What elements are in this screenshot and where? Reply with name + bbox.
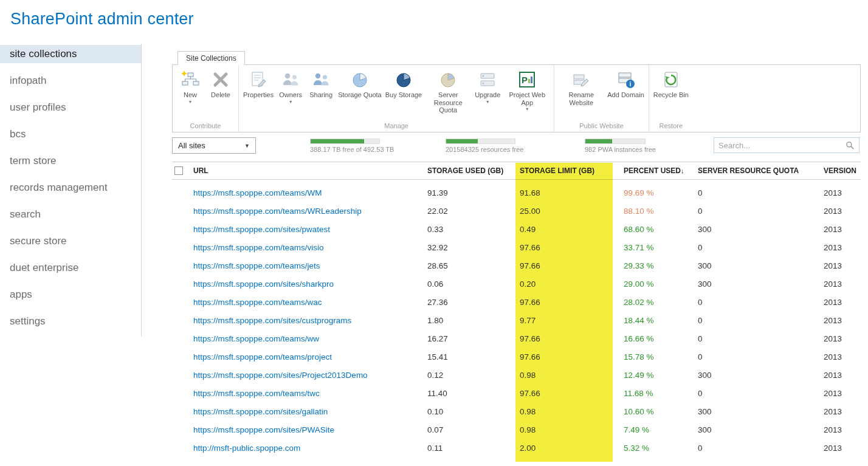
- percent-used-cell: 28.02 %: [618, 298, 692, 307]
- upgrade-icon: [478, 70, 497, 89]
- table-row: https://msft.spoppe.com/sites/Project201…: [172, 366, 861, 384]
- site-url-link[interactable]: https://msft.spoppe.com/teams/visio: [193, 243, 324, 252]
- column-header-used[interactable]: STORAGE USED (GB): [427, 166, 515, 175]
- sidebar-item-site-collections[interactable]: site collections: [0, 45, 141, 63]
- ribbon-button-add-domain[interactable]: iAdd Domain: [605, 69, 646, 100]
- storage-limit-cell: 97.66: [515, 243, 618, 252]
- tab-site-collections[interactable]: Site Collections: [177, 51, 245, 65]
- select-all-checkbox[interactable]: [174, 166, 183, 175]
- storage-limit-cell: 0.98: [515, 425, 618, 434]
- properties-icon: [249, 70, 268, 89]
- site-url-link[interactable]: https://msft.spoppe.com/teams/ww: [193, 334, 319, 343]
- search-input[interactable]: [718, 141, 845, 150]
- site-url-link[interactable]: http://msft-public.spoppe.com: [193, 444, 300, 453]
- table-row: https://msft.spoppe.com/teams/visio32.92…: [172, 238, 861, 256]
- meter-fill: [446, 139, 478, 143]
- table-row: http://msft-public.spoppe.com0.112.005.3…: [172, 439, 861, 457]
- site-url-link[interactable]: https://msft.spoppe.com/teams/WRLeadersh…: [193, 207, 362, 216]
- header-checkbox-cell: [172, 166, 193, 175]
- table-body: https://msft.spoppe.com/teams/WM91.3991.…: [172, 180, 861, 457]
- ribbon-button-storage-quota[interactable]: Storage Quota: [336, 69, 384, 100]
- storage-limit-cell: 2.00: [515, 444, 618, 453]
- version-cell: 2013: [816, 243, 861, 252]
- site-url-link[interactable]: https://msft.spoppe.com/teams/wac: [193, 298, 322, 307]
- server-resource-quota-cell: 300: [692, 225, 816, 234]
- sidebar-item-apps[interactable]: apps: [0, 286, 141, 304]
- ribbon-button-rename-website[interactable]: Rename Website: [557, 69, 605, 108]
- meter-fill: [311, 139, 364, 143]
- site-url-link[interactable]: https://msft.spoppe.com/sites/gallatin: [193, 407, 328, 416]
- site-url-link[interactable]: https://msft.spoppe.com/sites/custprogra…: [193, 316, 351, 325]
- search-icon[interactable]: [845, 140, 855, 150]
- sidebar-item-secure-store[interactable]: secure store: [0, 232, 141, 250]
- column-header-percent[interactable]: PERCENT USED↓: [618, 166, 692, 175]
- ribbon-button-project-web-app[interactable]: PProject Web App▾: [503, 69, 551, 113]
- column-header-limit[interactable]: STORAGE LIMIT (GB): [515, 166, 618, 175]
- ribbon-button-owners[interactable]: Owners▾: [275, 69, 306, 106]
- version-cell: 2013: [816, 425, 861, 434]
- ribbon-button-label: Owners: [279, 91, 302, 99]
- server-resources-meter: 201584325 resources free: [446, 139, 515, 153]
- ribbon-button-label: Add Domain: [607, 91, 644, 99]
- site-url-link[interactable]: https://msft.spoppe.com/sites/Project201…: [193, 371, 368, 380]
- column-header-version[interactable]: VERSION: [816, 166, 861, 175]
- ribbon-button-label: Server Resource Quota: [425, 91, 470, 114]
- column-header-quota[interactable]: SERVER RESOURCE QUOTA: [692, 166, 816, 175]
- ribbon-button-new[interactable]: New▾: [175, 69, 205, 106]
- buy-storage-icon: [394, 70, 413, 89]
- site-url-link[interactable]: https://msft.spoppe.com/teams/WM: [193, 188, 322, 197]
- ribbon-button-label: Recycle Bin: [653, 91, 689, 99]
- table-row: https://msft.spoppe.com/sites/custprogra…: [172, 311, 861, 329]
- column-header-url[interactable]: URL: [193, 166, 427, 175]
- sidebar-item-settings[interactable]: settings: [0, 312, 141, 331]
- ribbon: New▾DeleteContributePropertiesOwners▾Sha…: [172, 64, 861, 132]
- table-row: https://msft.spoppe.com/teams/WM91.3991.…: [172, 183, 861, 202]
- table-row: https://msft.spoppe.com/sites/sharkpro0.…: [172, 275, 861, 293]
- storage-used-cell: 16.27: [427, 334, 515, 343]
- site-url-link[interactable]: https://msft.spoppe.com/sites/pwatest: [193, 225, 330, 234]
- percent-used-cell: 33.71 %: [618, 243, 692, 252]
- sidebar-item-duet-enterprise[interactable]: duet enterprise: [0, 259, 141, 277]
- ribbon-button-recycle-bin[interactable]: Recycle Bin: [652, 69, 691, 100]
- sidebar-item-search[interactable]: search: [0, 205, 141, 224]
- chevron-down-icon: ▾: [289, 100, 292, 105]
- site-url-link[interactable]: https://msft.spoppe.com/sites/PWASite: [193, 425, 334, 434]
- sites-filter-dropdown[interactable]: All sites ▼: [172, 137, 256, 154]
- site-url-link[interactable]: https://msft.spoppe.com/teams/jets: [193, 261, 320, 270]
- site-url-link[interactable]: https://msft.spoppe.com/sites/sharkpro: [193, 279, 334, 289]
- url-cell: https://msft.spoppe.com/teams/visio: [193, 243, 427, 252]
- owners-icon: [281, 70, 300, 89]
- sidebar-item-bcs[interactable]: bcs: [0, 125, 141, 143]
- server-resource-quota-cell: 300: [692, 261, 816, 270]
- storage-limit-cell: 91.68: [515, 188, 618, 197]
- percent-used-cell: 68.60 %: [618, 225, 692, 234]
- ribbon-button-sharing[interactable]: Sharing: [306, 69, 336, 100]
- percent-used-cell: 12.49 %: [618, 371, 692, 380]
- chevron-down-icon: ▼: [244, 143, 255, 149]
- site-url-link[interactable]: https://msft.spoppe.com/teams/twc: [193, 389, 320, 398]
- meter-track: [310, 139, 380, 144]
- site-url-link[interactable]: https://msft.spoppe.com/teams/project: [193, 352, 332, 361]
- version-cell: 2013: [816, 389, 861, 398]
- version-cell: 2013: [816, 352, 861, 361]
- ribbon-button-buy-storage[interactable]: Buy Storage: [384, 69, 424, 100]
- percent-used-cell: 5.32 %: [618, 444, 692, 453]
- server-resource-quota-cell: 300: [692, 279, 816, 289]
- sidebar-item-records-management[interactable]: records management: [0, 179, 141, 197]
- ribbon-button-delete[interactable]: Delete: [205, 69, 236, 100]
- storage-limit-cell: 25.00: [515, 207, 618, 216]
- server-resource-quota-cell: 0: [692, 316, 816, 325]
- percent-used-cell: 18.44 %: [618, 316, 692, 325]
- ribbon-button-properties[interactable]: Properties: [241, 69, 275, 100]
- sidebar-item-term-store[interactable]: term store: [0, 152, 141, 170]
- percent-used-cell: 29.00 %: [618, 279, 692, 289]
- storage-limit-cell: 0.49: [515, 225, 618, 234]
- ribbon-group-label: Public Website: [557, 120, 646, 132]
- ribbon-button-server-resource-quota[interactable]: Server Resource Quota: [424, 69, 472, 115]
- sidebar-item-infopath[interactable]: infopath: [0, 72, 141, 90]
- ribbon-button-upgrade[interactable]: Upgrade▾: [472, 69, 503, 106]
- version-cell: 2013: [816, 334, 861, 343]
- chevron-down-icon: ▾: [526, 107, 528, 112]
- percent-used-cell: 88.10 %: [618, 207, 692, 216]
- sidebar-item-user-profiles[interactable]: user profiles: [0, 98, 141, 117]
